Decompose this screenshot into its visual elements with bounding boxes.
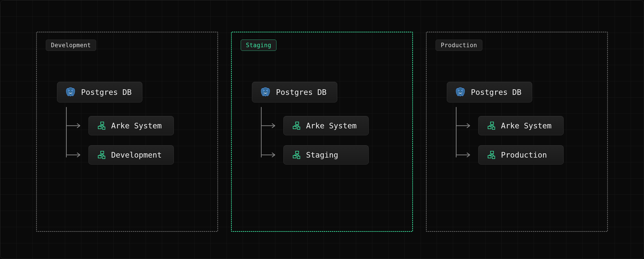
child-row: Staging: [261, 145, 399, 165]
svg-rect-13: [296, 151, 299, 154]
svg-rect-5: [100, 151, 104, 154]
svg-point-17: [461, 90, 462, 91]
svg-rect-7: [102, 156, 105, 159]
arrow-icon: [261, 152, 278, 158]
child-row: Arke System: [261, 116, 399, 135]
schema-label: Arke System: [501, 121, 552, 130]
schema-icon: [291, 150, 301, 160]
connector-spine: [66, 107, 67, 157]
env-development: Development Postgres DB: [36, 32, 218, 232]
schema-icon: [96, 150, 106, 160]
postgres-icon: [65, 87, 76, 98]
db-children: Arke System Development: [66, 116, 204, 165]
schema-label: Development: [111, 150, 162, 159]
db-children: Arke System Production: [456, 116, 594, 165]
arrow-icon: [66, 123, 83, 129]
svg-rect-2: [100, 122, 104, 125]
svg-rect-14: [293, 156, 296, 158]
schema-node-arke-system: Arke System: [88, 116, 174, 135]
postgres-db-node: Postgres DB: [252, 82, 337, 103]
schema-node-arke-system: Arke System: [284, 116, 369, 135]
child-row: Development: [66, 145, 204, 165]
schema-label: Staging: [306, 150, 338, 159]
schema-icon: [486, 121, 496, 131]
db-node-row: Postgres DB: [252, 82, 399, 103]
schema-label: Arke System: [306, 121, 356, 130]
environments-row: Development Postgres DB: [0, 0, 644, 259]
schema-node-staging: Staging: [284, 145, 369, 165]
env-production: Production Postgres DB: [426, 32, 608, 232]
schema-node-development: Development: [88, 145, 174, 165]
svg-rect-20: [492, 127, 495, 130]
env-staging: Staging Postgres DB: [231, 32, 413, 232]
svg-point-1: [72, 90, 72, 91]
schema-label: Arke System: [111, 121, 162, 130]
postgres-db-node: Postgres DB: [57, 82, 142, 103]
svg-rect-6: [98, 156, 101, 158]
db-node-row: Postgres DB: [447, 82, 594, 103]
svg-rect-21: [490, 151, 494, 154]
env-body-staging: Postgres DB Arke System: [252, 82, 399, 174]
svg-point-0: [69, 90, 70, 91]
svg-rect-15: [298, 156, 300, 159]
arrow-icon: [261, 123, 278, 129]
svg-rect-3: [98, 126, 101, 129]
postgres-db-label: Postgres DB: [81, 88, 132, 97]
schema-icon: [96, 121, 106, 131]
svg-rect-12: [298, 127, 300, 130]
child-row: Production: [456, 145, 594, 165]
arrow-icon: [456, 152, 472, 158]
postgres-db-label: Postgres DB: [276, 88, 326, 97]
svg-rect-11: [293, 126, 296, 129]
schema-node-arke-system: Arke System: [478, 116, 564, 135]
env-label-development: Development: [46, 40, 96, 51]
env-label-staging: Staging: [241, 40, 276, 51]
db-children: Arke System Staging: [261, 116, 399, 165]
svg-rect-10: [296, 122, 299, 125]
schema-icon: [486, 150, 496, 160]
svg-point-16: [458, 90, 460, 91]
svg-rect-22: [488, 156, 491, 158]
schema-icon: [291, 121, 301, 131]
postgres-icon: [455, 87, 466, 98]
svg-rect-19: [488, 126, 491, 129]
env-label-production: Production: [436, 40, 482, 51]
connector-spine: [261, 107, 262, 157]
db-node-row: Postgres DB: [57, 82, 204, 103]
svg-rect-18: [490, 122, 494, 125]
env-body-production: Postgres DB Arke System: [447, 82, 594, 174]
diagram-frame: Development Postgres DB: [0, 0, 644, 259]
svg-point-9: [266, 90, 267, 91]
postgres-db-label: Postgres DB: [471, 88, 522, 97]
child-row: Arke System: [66, 116, 204, 135]
child-row: Arke System: [456, 116, 594, 135]
env-body-development: Postgres DB Arke System: [57, 82, 204, 174]
schema-node-production: Production: [478, 145, 564, 165]
svg-rect-4: [102, 127, 105, 130]
connector-spine: [456, 107, 456, 157]
arrow-icon: [456, 123, 472, 129]
svg-rect-23: [492, 156, 495, 159]
postgres-icon: [260, 87, 271, 98]
schema-label: Production: [501, 150, 547, 159]
svg-point-8: [264, 90, 264, 91]
arrow-icon: [66, 152, 83, 158]
postgres-db-node: Postgres DB: [447, 82, 532, 103]
